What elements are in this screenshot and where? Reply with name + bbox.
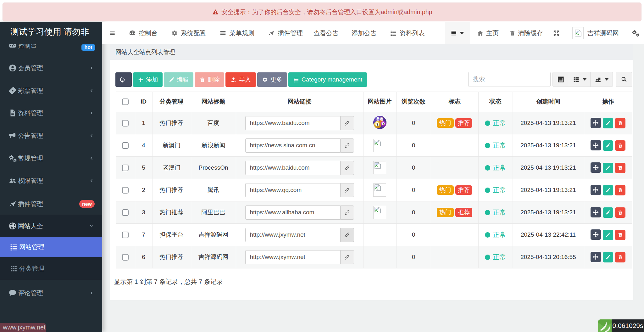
svg-text:9: 9 [376,122,378,126]
svg-text:香港: 香港 [376,117,383,121]
svg-text:9: 9 [382,122,384,125]
